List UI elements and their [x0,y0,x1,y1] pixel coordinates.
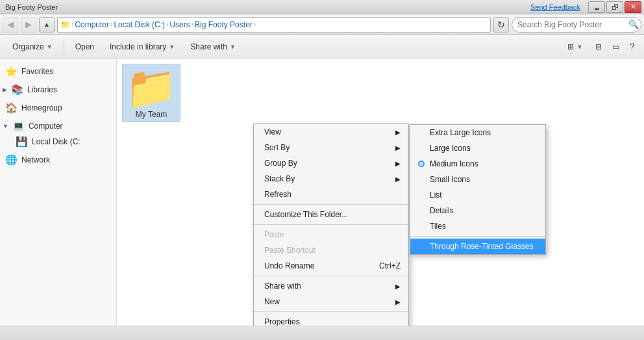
open-label: Open [75,42,94,51]
ctx-view-arrow: ▶ [395,129,401,136]
search-icon[interactable]: 🔍 [626,17,641,33]
favorites-section: ⭐ Favorites [0,64,116,79]
my-team-folder[interactable]: 📁 My Team [122,64,180,122]
sub-extra-large-icons[interactable]: Extra Large Icons [410,125,545,140]
share-with-label: Share with [190,42,227,51]
sub-small-icons[interactable]: Small Icons [410,172,545,187]
minimize-button[interactable]: 🗕 [588,1,605,13]
ctx-sep-2 [254,224,408,225]
ctx-undo-rename-shortcut: Ctrl+Z [379,261,401,270]
sub-rose-tinted[interactable]: Through Rose-Tinted Glasses [410,239,545,254]
sidebar: ⭐ Favorites ▶ 📚 Libraries 🏠 Homegroup ▼ … [0,59,117,326]
sidebar-item-favorites[interactable]: ⭐ Favorites [0,64,116,79]
computer-icon: 💻 [12,120,25,132]
view-submenu: Extra Large Icons Large Icons Medium Ico… [410,124,546,255]
ctx-customize-label: Customize This Folder... [264,210,348,219]
favorites-icon: ⭐ [5,66,18,77]
network-icon: 🌐 [5,154,18,166]
sub-sep-1 [410,236,545,237]
ctx-sep-4 [254,311,408,312]
ctx-share-with-label: Share with [264,281,301,291]
ctx-customize[interactable]: Customize This Folder... [254,207,408,222]
sidebar-item-libraries[interactable]: ▶ 📚 Libraries [0,82,116,98]
medium-icons-label: Medium Icons [430,159,478,168]
ctx-sep-3 [254,276,408,276]
breadcrumb-big-footy-poster[interactable]: Big Footy Poster [195,20,253,29]
medium-icons-radio [418,161,425,167]
views-arrow: ▼ [576,44,582,50]
sub-details[interactable]: Details [410,203,545,218]
sub-medium-icons[interactable]: Medium Icons [410,156,545,172]
ctx-group-by-arrow: ▶ [395,160,401,167]
open-button[interactable]: Open [68,38,101,56]
ctx-properties-label: Properties [264,317,300,326]
forward-button[interactable]: ▶ [21,17,36,33]
sub-tiles[interactable]: Tiles [410,218,545,234]
sidebar-item-computer[interactable]: ▼ 💻 Computer [0,118,116,134]
homegroup-icon: 🏠 [5,102,18,114]
computer-section: ▼ 💻 Computer 💾 Local Disk (C: [0,118,116,150]
content-area[interactable]: 📁 My Team View ▶ Extra Large Icons Large… [117,59,644,326]
sub-large-icons[interactable]: Large Icons [410,140,545,156]
ctx-sort-by[interactable]: Sort By ▶ [254,140,408,155]
folder-icon: 📁 [125,67,177,109]
sub-list[interactable]: List [410,187,545,203]
maximize-button[interactable]: 🗗 [606,1,623,13]
ctx-group-by[interactable]: Group By ▶ [254,155,408,171]
libraries-label: Libraries [27,85,57,94]
send-feedback-link[interactable]: Send Feedback [530,3,580,11]
ctx-stack-by-label: Stack By [264,174,295,183]
include-in-library-label: Include in library [110,42,166,51]
homegroup-section: 🏠 Homegroup [0,100,116,116]
search-input[interactable] [512,17,641,33]
include-in-library-button[interactable]: Include in library ▼ [103,38,182,56]
ctx-new[interactable]: New ▶ [254,294,408,309]
help-button[interactable]: ? [625,38,639,56]
sidebar-item-local-disk[interactable]: 💾 Local Disk (C: [0,134,116,150]
details-pane-icon: ⊟ [595,42,602,51]
ctx-share-with[interactable]: Share with ▶ [254,278,408,294]
sidebar-item-network[interactable]: 🌐 Network [0,152,116,168]
small-icons-label: Small Icons [430,175,470,184]
ctx-undo-rename[interactable]: Undo Rename Ctrl+Z [254,258,408,274]
ctx-view-label: View [264,127,281,137]
organize-arrow: ▼ [47,44,53,50]
address-bar: ◀ ▶ ▲ 📁 › Computer › Local Disk (C:) › U… [0,14,644,35]
back-button[interactable]: ◀ [3,17,18,33]
ctx-paste: Paste [254,227,408,242]
breadcrumb-computer[interactable]: Computer [75,20,109,29]
computer-expander: ▼ [3,123,8,129]
list-label: List [430,190,442,200]
ctx-new-arrow: ▶ [395,298,401,306]
ctx-group-by-label: Group By [264,159,297,168]
ctx-refresh[interactable]: Refresh [254,187,408,202]
ctx-properties[interactable]: Properties [254,314,408,326]
breadcrumb-local-disk[interactable]: Local Disk (C:) [114,20,165,29]
ctx-new-label: New [264,297,280,306]
views-button[interactable]: ⊞ ▼ [560,38,589,56]
refresh-button[interactable]: ↻ [493,17,509,33]
preview-pane-icon: ▭ [612,42,619,51]
organize-button[interactable]: Organize ▼ [5,38,60,56]
ctx-sep-1 [254,204,408,205]
help-icon: ? [630,42,634,51]
network-label: Network [21,155,50,164]
ctx-stack-by[interactable]: Stack By ▶ [254,171,408,187]
ctx-view[interactable]: View ▶ Extra Large Icons Large Icons Med… [254,124,408,140]
include-in-library-arrow: ▼ [169,44,175,50]
title-bar: Big Footy Poster Send Feedback 🗕 🗗 ✕ [0,0,644,14]
details-pane-button[interactable]: ⊟ [591,38,606,56]
close-button[interactable]: ✕ [625,1,641,13]
ctx-sort-by-label: Sort By [264,143,290,152]
libraries-section: ▶ 📚 Libraries [0,82,116,98]
organize-label: Organize [12,42,44,51]
ctx-share-with-arrow: ▶ [395,283,401,290]
share-with-button[interactable]: Share with ▼ [183,38,243,56]
breadcrumb-icon: 📁 [60,20,70,29]
folder-label: My Team [136,110,167,119]
sidebar-item-homegroup[interactable]: 🏠 Homegroup [0,100,116,116]
preview-pane-button[interactable]: ▭ [608,38,624,56]
breadcrumb-users[interactable]: Users [169,20,190,29]
up-button[interactable]: ▲ [39,17,55,33]
computer-label: Computer [29,122,63,131]
